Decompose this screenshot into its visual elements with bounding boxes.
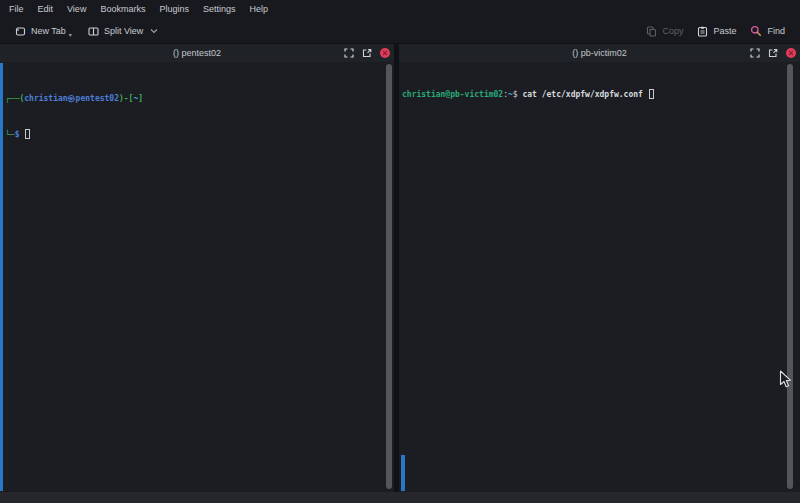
split-view-icon [88, 26, 99, 37]
window-bottom-strip [0, 492, 800, 503]
copy-button[interactable]: Copy [639, 21, 690, 42]
menu-plugins[interactable]: Plugins [152, 0, 196, 19]
prompt-line-2: └─$ [5, 129, 394, 141]
toolbar-right-group: Copy Paste Find [639, 21, 792, 42]
pane-title: () pentest02 [173, 48, 221, 58]
menu-help[interactable]: Help [242, 0, 275, 19]
close-view-icon[interactable] [786, 48, 796, 58]
find-label: Find [767, 26, 785, 36]
close-view-icon[interactable] [380, 48, 390, 58]
menubar: File Edit View Bookmarks Plugins Setting… [0, 0, 800, 19]
new-tab-label: New Tab [31, 26, 66, 36]
prompt-line-1: ┌──(christian㉿pentest02)-[~] [5, 93, 394, 105]
pane-header-pb-victim02[interactable]: () pb-victim02 [399, 44, 800, 62]
copy-label: Copy [662, 26, 683, 36]
menu-file[interactable]: File [2, 0, 31, 19]
tab-new-icon [15, 26, 26, 37]
typed-command: cat /etc/xdpfw/xdpfw.conf [522, 90, 642, 99]
magnifier-icon [750, 25, 762, 37]
menu-settings[interactable]: Settings [196, 0, 243, 19]
pane-header-icons [344, 44, 390, 62]
menu-bookmarks[interactable]: Bookmarks [93, 0, 152, 19]
pane-pb-victim02: () pb-victim02 christian@pb-victim02:~$ … [399, 44, 800, 492]
terminal-cursor [25, 129, 30, 139]
copy-icon [646, 26, 657, 37]
pane-header-icons [750, 44, 796, 62]
pane-header-pentest02[interactable]: () pentest02 [0, 44, 394, 62]
split-view-button[interactable]: Split View [81, 21, 165, 42]
find-button[interactable]: Find [743, 21, 792, 42]
terminal-pb-victim02[interactable]: christian@pb-victim02:~$ cat /etc/xdpfw/… [399, 62, 800, 492]
highlight-indicator [0, 63, 3, 491]
scrollbar-thumb[interactable] [386, 64, 392, 489]
split-view-label: Split View [104, 26, 143, 36]
new-tab-button[interactable]: New Tab ▾ [8, 21, 81, 42]
menu-edit[interactable]: Edit [31, 0, 61, 19]
toolbar: New Tab ▾ Split View Copy [0, 19, 800, 44]
paste-button[interactable]: Paste [690, 21, 743, 42]
maximize-view-icon[interactable] [750, 48, 760, 58]
detach-view-icon[interactable] [362, 48, 372, 58]
detach-view-icon[interactable] [768, 48, 778, 58]
terminal-pentest02[interactable]: ┌──(christian㉿pentest02)-[~] └─$ [0, 62, 394, 492]
konsole-window: File Edit View Bookmarks Plugins Setting… [0, 0, 800, 503]
chevron-down-icon [150, 28, 158, 34]
split-workspace: () pentest02 ┌──(christian㉿pentest02)-[~… [0, 44, 800, 492]
pane-title: () pb-victim02 [572, 48, 627, 58]
pane-pentest02: () pentest02 ┌──(christian㉿pentest02)-[~… [0, 44, 394, 492]
scrollbar-thumb[interactable] [787, 64, 793, 489]
new-tab-dropdown-caret[interactable]: ▾ [69, 31, 72, 38]
maximize-view-icon[interactable] [344, 48, 354, 58]
prompt-line: christian@pb-victim02:~$ cat /etc/xdpfw/… [402, 89, 800, 101]
highlight-indicator [401, 455, 405, 491]
terminal-cursor [649, 89, 654, 99]
paste-label: Paste [713, 26, 736, 36]
paste-icon [697, 26, 708, 37]
menu-view[interactable]: View [60, 0, 93, 19]
